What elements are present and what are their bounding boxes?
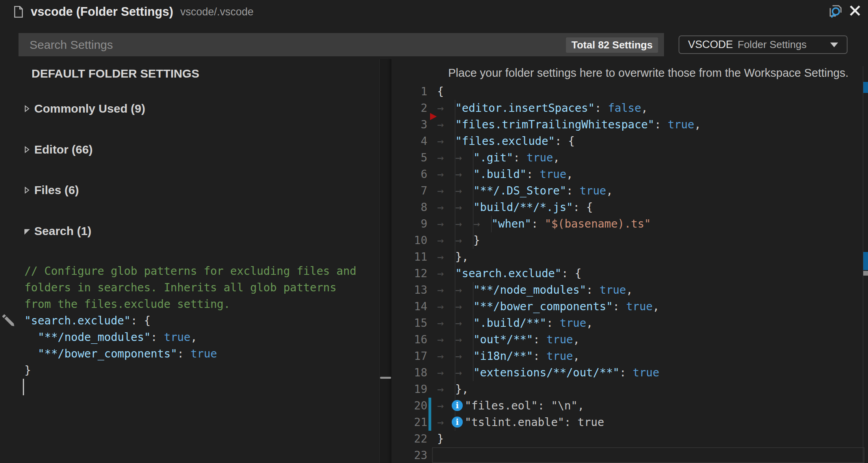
file-icon: [13, 6, 24, 18]
line-number: 1: [402, 83, 427, 100]
line-number: 6: [402, 166, 427, 183]
tab-whitespace-icon: →: [455, 150, 473, 166]
close-icon[interactable]: [848, 4, 862, 19]
info-icon: i: [452, 400, 463, 411]
line-number: 5: [402, 150, 427, 166]
section-label: Files (6): [34, 183, 79, 197]
section-search-1[interactable]: Search (1): [24, 223, 91, 239]
code-line-20: →i"files.eol": "\n",: [437, 398, 584, 414]
code-line-16: →→"out*/**": true,: [437, 332, 580, 348]
ruler-info-mark: [863, 82, 868, 93]
code-line-12: →"search.exclude": {: [437, 265, 581, 282]
settings-json-editor[interactable]: 1234567891011121314151617181920212223 {→…: [402, 66, 863, 463]
tab-whitespace-icon: →: [455, 315, 473, 332]
settings-count-badge: Total 82 Settings: [566, 37, 658, 53]
line-number: 9: [402, 216, 427, 232]
code-line-13: →→"**/node_modules": true,: [437, 282, 633, 298]
error-marker-icon: [430, 113, 437, 120]
line-number: 13: [402, 282, 427, 298]
code-line-11: →},: [437, 249, 469, 265]
divider-grip[interactable]: [380, 377, 391, 379]
tab-whitespace-icon: →: [437, 150, 455, 166]
tab-subtitle: vscode/.vscode: [180, 6, 254, 18]
code-line-21: →i"tslint.enable": true: [437, 414, 604, 431]
line-number: 12: [402, 265, 427, 282]
title-bar: vscode (Folder Settings) vscode/.vscode: [0, 0, 868, 24]
chevron-collapsed-icon: [24, 146, 31, 154]
tab-whitespace-icon: →: [437, 117, 455, 133]
code-line-3: →"files.trimTrailingWhitespace": true,: [437, 117, 701, 133]
code-line-1: {: [437, 83, 444, 100]
chevron-collapsed-icon: [24, 186, 31, 194]
code-line-19: →},: [437, 381, 469, 398]
line-number: 4: [402, 133, 427, 150]
line-number: 18: [402, 365, 427, 381]
tab-whitespace-icon: →: [437, 381, 455, 398]
line-number: 2: [402, 100, 427, 117]
tab-whitespace-icon: →: [455, 216, 473, 232]
tab-whitespace-icon: →: [437, 282, 455, 298]
code-line-4: →"files.exclude": {: [437, 133, 575, 150]
line-number: 14: [402, 298, 427, 315]
code-line-8: →→"build/**/*.js": {: [437, 199, 593, 216]
line-number-gutter: 1234567891011121314151617181920212223: [402, 66, 427, 463]
code-line-7: →→"**/.DS_Store": true,: [437, 183, 613, 199]
code-line-10: →→}: [437, 232, 480, 249]
setting-snippet-line: "**/bower_components": true: [24, 346, 217, 362]
ruler-info-mark: [863, 252, 868, 270]
code-line-15: →→".build/**": true,: [437, 315, 593, 332]
overview-ruler[interactable]: [863, 66, 868, 463]
section-editor-66[interactable]: Editor (66): [24, 141, 93, 158]
edit-setting-pencil-icon[interactable]: [1, 313, 16, 330]
setting-comment-line: from the files.exclude setting.: [24, 296, 356, 313]
tab-whitespace-icon: →: [437, 100, 455, 117]
setting-comment-line: folders in searches. Inherits all glob p…: [24, 280, 356, 296]
line-number: 16: [402, 332, 427, 348]
tab-whitespace-icon: →: [473, 216, 491, 232]
tab-whitespace-icon: →: [437, 332, 455, 348]
tab-whitespace-icon: →: [437, 315, 455, 332]
section-label: Search (1): [34, 224, 91, 238]
section-commonly-used-9[interactable]: Commonly Used (9): [24, 100, 145, 117]
code-line-6: →→".build": true,: [437, 166, 573, 183]
tab-whitespace-icon: →: [437, 298, 455, 315]
setting-comment-line: // Configure glob patterns for excluding…: [24, 263, 356, 280]
line-number: 17: [402, 348, 427, 365]
setting-snippet: "search.exclude": {"**/node_modules": tr…: [24, 313, 217, 379]
code-line-22: }: [437, 431, 444, 447]
line-number: 23: [402, 447, 427, 463]
panel-header: DEFAULT FOLDER SETTINGS: [32, 67, 199, 80]
tab-whitespace-icon: →: [455, 348, 473, 365]
tab-whitespace-icon: →: [455, 183, 473, 199]
tab-whitespace-icon: →: [455, 166, 473, 183]
code-line-5: →→".git": true,: [437, 150, 560, 166]
folder-settings-dropdown[interactable]: VSCODE Folder Settings: [679, 35, 848, 54]
setting-snippet-line: "search.exclude": {: [24, 313, 217, 329]
chevron-down-icon: [830, 43, 838, 47]
setting-snippet-line: }: [24, 362, 217, 379]
tab-whitespace-icon: →: [437, 249, 455, 265]
scrollbar-thumb[interactable]: [863, 271, 868, 276]
setting-comment: // Configure glob patterns for excluding…: [24, 263, 356, 313]
tab-whitespace-icon: →: [455, 332, 473, 348]
scope-label: Folder Settings: [738, 39, 807, 51]
tab-whitespace-icon: →: [455, 232, 473, 249]
tab-whitespace-icon: →: [437, 265, 455, 282]
tab-whitespace-icon: →: [455, 199, 473, 216]
code-line-9: →→→"when": "$(basename).ts": [437, 216, 651, 232]
tab-whitespace-icon: →: [455, 365, 473, 381]
panel-divider[interactable]: [379, 59, 391, 463]
code-lines: {→"editor.insertSpaces": false,→"files.t…: [437, 66, 863, 463]
tab-whitespace-icon: →: [437, 348, 455, 365]
tab-whitespace-icon: →: [437, 199, 455, 216]
find-in-settings-icon[interactable]: [826, 2, 844, 22]
line-number: 10: [402, 232, 427, 249]
tab-whitespace-icon: →: [437, 365, 455, 381]
line-number: 11: [402, 249, 427, 265]
line-number: 22: [402, 431, 427, 447]
tab-whitespace-icon: →: [437, 232, 455, 249]
text-cursor: [23, 379, 24, 395]
current-line-highlight: [432, 447, 864, 463]
tab-title: vscode (Folder Settings): [31, 5, 173, 19]
section-files-6[interactable]: Files (6): [24, 182, 79, 198]
